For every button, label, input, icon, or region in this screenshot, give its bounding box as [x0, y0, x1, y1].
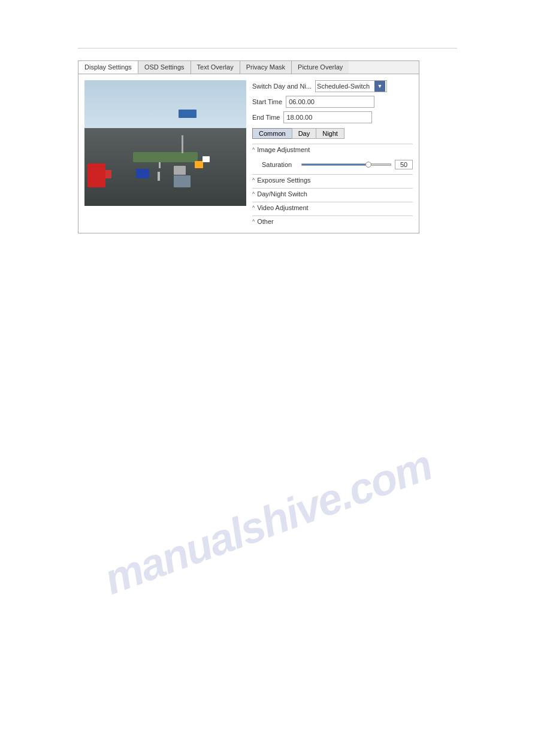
sky: [84, 80, 246, 130]
switch-day-night-select[interactable]: Scheduled-Switch ▼: [315, 80, 387, 92]
exposure-settings-arrow: ^: [252, 177, 255, 183]
image-adjustment-section: ^ Image Adjustment: [252, 144, 413, 155]
switch-day-night-row: Switch Day and Ni... Scheduled-Switch ▼: [252, 80, 413, 92]
mode-btn-night[interactable]: Night: [316, 128, 344, 139]
settings-panel: Switch Day and Ni... Scheduled-Switch ▼ …: [252, 80, 413, 227]
video-adjustment-arrow: ^: [252, 205, 255, 211]
start-time-input[interactable]: [286, 96, 374, 108]
saturation-slider-track[interactable]: [301, 163, 391, 166]
vehicle: [202, 156, 210, 162]
end-time-input[interactable]: [283, 111, 372, 123]
start-time-label: Start Time: [252, 98, 282, 105]
other-label: Other: [257, 218, 274, 225]
saturation-slider-thumb[interactable]: [365, 162, 371, 168]
tab-picture-overlay[interactable]: Picture Overlay: [292, 61, 349, 74]
video-adjustment-section: ^ Video Adjustment: [252, 202, 413, 213]
vehicle: [136, 169, 149, 178]
saturation-value: 50: [395, 160, 413, 169]
road-scene: [84, 80, 246, 206]
road-marking: [159, 161, 161, 168]
mode-btn-common[interactable]: Common: [252, 128, 292, 139]
road: [84, 128, 246, 206]
switch-day-night-value: Scheduled-Switch: [317, 83, 374, 90]
saturation-row: Saturation 50: [252, 157, 413, 172]
mode-btn-day[interactable]: Day: [292, 128, 317, 139]
panel-content: Switch Day and Ni... Scheduled-Switch ▼ …: [84, 80, 413, 227]
tab-display-settings[interactable]: Display Settings: [78, 61, 138, 74]
tab-text-overlay[interactable]: Text Overlay: [191, 61, 240, 74]
truck: [174, 175, 191, 187]
end-time-row: End Time: [252, 111, 413, 123]
sign-board: [179, 110, 197, 118]
end-time-label: End Time: [252, 114, 280, 121]
tab-privacy-mask[interactable]: Privacy Mask: [240, 61, 292, 74]
day-night-switch-label: Day/Night Switch: [257, 190, 307, 198]
sign-pole: [182, 135, 183, 153]
other-section: ^ Other: [252, 215, 413, 227]
start-time-row: Start Time: [252, 96, 413, 108]
image-adjustment-label: Image Adjustment: [257, 146, 310, 153]
saturation-label: Saturation: [262, 161, 298, 168]
tabs-bar: Display Settings OSD Settings Text Overl…: [78, 60, 419, 74]
mode-buttons: Common Day Night: [252, 128, 413, 139]
switch-day-night-label: Switch Day and Ni...: [252, 83, 312, 90]
day-night-switch-arrow: ^: [252, 191, 255, 197]
main-panel: Switch Day and Ni... Scheduled-Switch ▼ …: [78, 74, 419, 233]
tab-osd-settings[interactable]: OSD Settings: [138, 61, 191, 74]
exposure-settings-label: Exposure Settings: [257, 177, 310, 184]
video-adjustment-label: Video Adjustment: [257, 204, 308, 211]
watermark: manualshive.com: [98, 440, 438, 603]
exposure-settings-section: ^ Exposure Settings: [252, 174, 413, 186]
vehicle: [174, 166, 186, 175]
bus: [87, 163, 105, 187]
camera-preview: [84, 80, 246, 206]
saturation-slider-fill: [302, 164, 368, 165]
vehicle: [195, 161, 203, 168]
dropdown-arrow-icon: ▼: [374, 81, 385, 92]
top-divider: [78, 48, 457, 48]
other-arrow: ^: [252, 218, 255, 224]
greenery: [133, 152, 198, 162]
image-adjustment-arrow: ^: [252, 147, 255, 153]
road-marking: [158, 172, 160, 181]
day-night-switch-section: ^ Day/Night Switch: [252, 188, 413, 199]
